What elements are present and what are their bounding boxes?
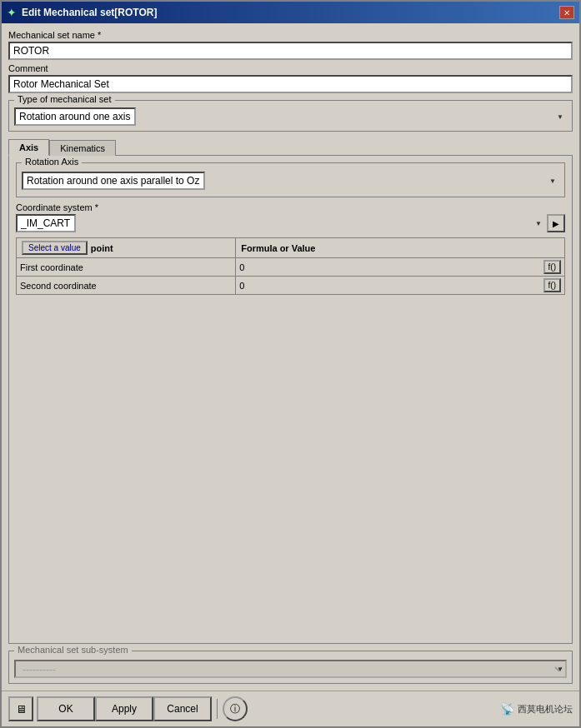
- apply-button[interactable]: Apply: [95, 696, 153, 721]
- coord-field: Coordinate system * _IM_CART ▶: [16, 202, 565, 232]
- subsystem-select: ----------: [14, 660, 567, 678]
- bottom-buttons: 🖥 OK Apply Cancel ⓘ 📡 西莫电机论坛: [2, 691, 579, 726]
- axis-select-container: Rotation around one axis parallel to Oz: [22, 172, 559, 190]
- coord-row: _IM_CART ▶: [16, 214, 565, 232]
- dialog-icon: ✦: [7, 6, 17, 19]
- second-coord-fx-button[interactable]: f(): [543, 278, 561, 292]
- logo-text: 西莫电机论坛: [518, 703, 573, 716]
- tab-section: Axis Kinematics Rotation Axis Rotation a…: [8, 135, 573, 644]
- coord-label: Coordinate system *: [16, 202, 565, 212]
- logo-area: 📡 西莫电机论坛: [500, 702, 573, 716]
- table-header-row: Select a value point Formula or Value: [17, 238, 565, 258]
- rotation-axis-title: Rotation Axis: [22, 157, 82, 167]
- subsystem-group: Mechanical set sub-system ----------: [8, 651, 573, 684]
- subsystem-title: Mechanical set sub-system: [14, 645, 132, 655]
- first-coord-label: First coordinate: [17, 258, 236, 277]
- dialog-body: Mechanical set name * Comment Type of me…: [2, 23, 579, 691]
- logo-icon: 📡: [500, 702, 514, 716]
- type-select-wrapper: Rotation around one axis: [14, 107, 567, 126]
- cancel-button[interactable]: Cancel: [153, 696, 212, 721]
- type-group: Type of mechanical set Rotation around o…: [8, 100, 573, 132]
- comment-label: Comment: [8, 63, 573, 73]
- col-point-label: point: [91, 243, 113, 253]
- coordinates-table: Select a value point Formula or Value Fi…: [16, 237, 565, 295]
- col-point-header: Select a value point: [17, 238, 236, 258]
- type-select[interactable]: Rotation around one axis: [14, 107, 136, 126]
- title-bar-left: ✦ Edit Mechanical set[ROTOR]: [7, 6, 157, 19]
- axis-select-wrapper: Rotation around one axis parallel to Oz: [22, 172, 559, 190]
- select-value-button[interactable]: Select a value: [22, 241, 88, 255]
- second-coord-value: 0: [239, 281, 244, 291]
- first-coord-value: 0: [239, 262, 244, 272]
- coord-select-container: _IM_CART: [16, 214, 545, 232]
- axis-select[interactable]: Rotation around one axis parallel to Oz: [22, 172, 205, 190]
- tab-bar: Axis Kinematics: [8, 138, 573, 155]
- dialog-title: Edit Mechanical set[ROTOR]: [22, 7, 157, 18]
- subsystem-select-container: ----------: [14, 660, 567, 678]
- coord-arrow-button[interactable]: ▶: [547, 214, 565, 232]
- rotation-axis-group: Rotation Axis Rotation around one axis p…: [16, 162, 565, 197]
- subsystem-select-wrapper: ----------: [14, 660, 567, 678]
- coord-select[interactable]: _IM_CART: [16, 214, 76, 232]
- help-button[interactable]: ⓘ: [223, 696, 248, 721]
- first-coord-cell: 0 f(): [236, 258, 565, 277]
- mech-name-field: Mechanical set name *: [8, 30, 573, 60]
- main-dialog: ✦ Edit Mechanical set[ROTOR] ✕ Mechanica…: [0, 0, 581, 728]
- first-coord-fx-button[interactable]: f(): [543, 260, 561, 274]
- ok-button[interactable]: OK: [37, 696, 95, 721]
- bottom-icon-button[interactable]: 🖥: [8, 696, 33, 721]
- second-coord-cell: 0 f(): [236, 277, 565, 295]
- second-coord-label: Second coordinate: [17, 277, 236, 295]
- title-bar: ✦ Edit Mechanical set[ROTOR] ✕: [2, 2, 579, 23]
- col-formula-header: Formula or Value: [236, 238, 565, 258]
- table-row: Second coordinate 0 f(): [17, 277, 565, 295]
- tab-axis[interactable]: Axis: [8, 139, 49, 156]
- mech-name-input[interactable]: [8, 42, 573, 60]
- bottom-icon: 🖥: [16, 703, 27, 716]
- comment-field: Comment: [8, 63, 573, 93]
- button-separator: [217, 699, 218, 719]
- tab-content-axis: Rotation Axis Rotation around one axis p…: [8, 155, 573, 644]
- mech-name-label: Mechanical set name *: [8, 30, 573, 40]
- type-group-title: Type of mechanical set: [14, 94, 115, 104]
- tab-kinematics[interactable]: Kinematics: [49, 140, 116, 156]
- comment-input[interactable]: [8, 75, 573, 93]
- close-button[interactable]: ✕: [559, 6, 574, 19]
- table-row: First coordinate 0 f(): [17, 258, 565, 277]
- type-select-container: Rotation around one axis: [14, 107, 567, 126]
